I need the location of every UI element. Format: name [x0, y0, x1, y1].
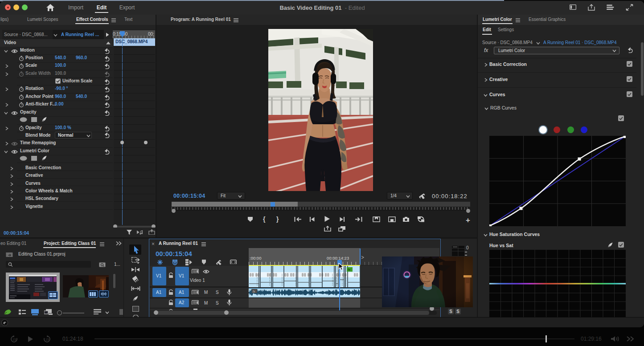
svg-text:15: 15 [45, 338, 49, 341]
svg-text:fx: fx [348, 268, 351, 272]
svg-text:fx: fx [253, 290, 255, 293]
svg-text:15: 15 [12, 338, 16, 341]
